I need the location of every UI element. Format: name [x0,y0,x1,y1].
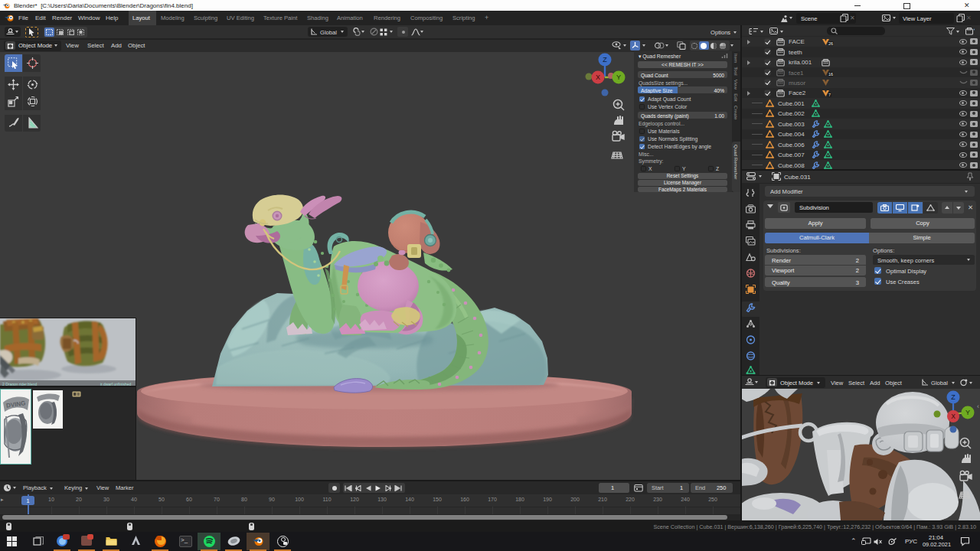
svg-text:X: X [951,412,956,420]
svg-text:Z: Z [951,393,956,401]
svg-text:‹: ‹ [977,403,979,410]
svg-text:Y: Y [965,409,970,416]
svg-text:Z: Z [603,56,607,64]
svg-text:+: + [974,28,975,31]
svg-text:X: X [596,73,600,81]
svg-text:Y: Y [616,73,621,81]
